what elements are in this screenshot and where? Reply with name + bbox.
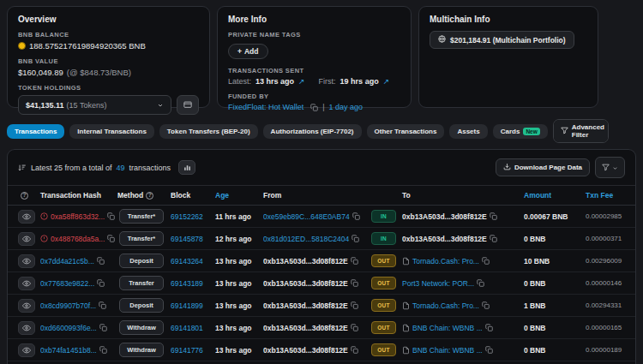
download-page-data-button[interactable]: Download Page Data xyxy=(496,158,590,176)
tx-hash-link[interactable]: 0xb74fa1451b8... xyxy=(40,346,97,355)
tx-hash-link[interactable]: 0x8cd9907b70f... xyxy=(40,301,96,310)
block-link[interactable]: 69141776 xyxy=(171,346,203,355)
block-link[interactable]: 69143264 xyxy=(171,257,203,266)
method-badge: Deposit xyxy=(119,254,164,268)
advanced-filter-button[interactable]: Advanced Filter xyxy=(554,120,609,142)
col-to: To xyxy=(402,191,524,200)
tab-cards[interactable]: Cards New xyxy=(493,124,548,139)
table-row: 0xd6600993f6e... Withdraw 69141801 13 hr… xyxy=(8,317,635,339)
from-address[interactable]: 0xb13A503d...3d08f812E xyxy=(263,257,348,266)
copy-icon[interactable] xyxy=(97,279,105,287)
block-link[interactable]: 69141801 xyxy=(171,324,203,332)
latest-value: 13 hrs ago xyxy=(255,77,294,86)
copy-icon[interactable] xyxy=(351,257,358,265)
copy-icon[interactable] xyxy=(352,212,360,220)
col-txn-fee-sort[interactable]: Txn Fee xyxy=(586,191,625,200)
tab-assets[interactable]: Assets xyxy=(449,124,487,139)
block-link[interactable]: 69143189 xyxy=(171,279,203,288)
funded-age-link[interactable]: 1 day ago xyxy=(329,103,364,111)
txn-fee-value: 0.00294331 xyxy=(586,301,625,309)
funded-by-link[interactable]: FixedFloat: Hot Wallet xyxy=(228,103,303,111)
copy-icon[interactable] xyxy=(99,301,106,309)
direction-badge: OUT xyxy=(371,321,396,334)
copy-icon[interactable] xyxy=(351,279,358,287)
block-link[interactable]: 69141899 xyxy=(171,301,203,310)
tx-hash-link[interactable]: 0xd6600993f6e... xyxy=(40,324,97,332)
tx-hash-link[interactable]: 0x7dd4a21c5b... xyxy=(40,257,94,266)
copy-icon[interactable] xyxy=(351,346,358,354)
block-link[interactable]: 69152262 xyxy=(171,212,203,221)
copy-icon[interactable] xyxy=(490,212,497,220)
eye-button[interactable] xyxy=(18,277,35,290)
to-address[interactable]: Port3 Network: POR... xyxy=(402,279,474,288)
amount-value: 0 BNB xyxy=(524,235,586,243)
eye-button[interactable] xyxy=(18,321,35,335)
from-address[interactable]: 0xb13A503d...3d08f812E xyxy=(263,324,348,332)
eye-icon xyxy=(22,301,31,310)
tab-other-transactions[interactable]: Other Transactions xyxy=(367,124,445,139)
add-private-tag-button[interactable]: + Add xyxy=(228,44,268,59)
to-address[interactable]: Tornado.Cash: Pro... xyxy=(412,257,479,266)
copy-icon[interactable] xyxy=(97,257,105,265)
token-holdings-dropdown[interactable]: $41,135.11 (15 Tokens) xyxy=(18,95,171,115)
arrow-up-right-icon[interactable]: ↗ xyxy=(298,77,305,86)
from-address[interactable]: 0x81d012ED...5818C2404 xyxy=(263,235,349,243)
eye-button[interactable] xyxy=(18,343,35,357)
overview-title: Overview xyxy=(18,15,199,24)
eye-button[interactable] xyxy=(18,254,35,268)
method-badge: Withdraw xyxy=(119,320,164,335)
to-address[interactable]: Tornado.Cash: Pro... xyxy=(412,301,479,310)
copy-icon[interactable] xyxy=(482,301,490,309)
more-info-title: More Info xyxy=(228,15,400,24)
funnel-icon xyxy=(561,127,568,136)
table-row: 0xb74fa1451b8... Withdraw 69141776 13 hr… xyxy=(8,339,635,361)
eye-button[interactable] xyxy=(18,210,35,224)
wallet-button[interactable] xyxy=(177,95,199,115)
multichain-icon xyxy=(438,35,446,45)
to-address[interactable]: 0xb13A503d...3d08f812E xyxy=(402,235,487,243)
copy-icon[interactable] xyxy=(99,324,107,331)
eye-button[interactable] xyxy=(18,232,35,246)
eye-button[interactable] xyxy=(18,299,35,313)
col-amount-sort[interactable]: Amount xyxy=(524,191,586,200)
tab-internal-transactions[interactable]: Internal Transactions xyxy=(69,124,153,139)
more-info-card: More Info PRIVATE NAME TAGS + Add TRANSA… xyxy=(217,6,412,108)
copy-icon[interactable] xyxy=(482,257,490,265)
to-address[interactable]: 0xb13A503d...3d08f812E xyxy=(402,212,487,221)
direction-badge: OUT xyxy=(371,277,396,289)
copy-icon[interactable] xyxy=(352,235,359,242)
from-address[interactable]: 0xb13A503d...3d08f812E xyxy=(263,346,348,355)
to-address[interactable]: BNB Chain: WBNB ... xyxy=(412,346,483,355)
bar-chart-icon xyxy=(183,161,191,174)
contract-icon xyxy=(402,346,410,355)
block-link[interactable]: 69145878 xyxy=(171,235,203,243)
chart-button[interactable] xyxy=(178,160,195,175)
tab-authorizations[interactable]: Authorizations (EIP-7702) xyxy=(263,124,362,139)
table-row: 0x77683e9822... Transfer 69143189 13 hrs… xyxy=(8,272,635,295)
col-age-sort[interactable]: Age xyxy=(215,191,263,200)
copy-icon[interactable] xyxy=(351,301,358,309)
tx-hash-link[interactable]: 0x77683e9822... xyxy=(40,279,94,288)
tab-token-transfers[interactable]: Token Transfers (BEP-20) xyxy=(159,124,258,139)
copy-icon[interactable] xyxy=(485,324,493,331)
copy-icon[interactable] xyxy=(351,324,358,331)
from-address[interactable]: 0xe59eb89C...648E0AB74 xyxy=(263,212,350,221)
copy-icon[interactable] xyxy=(490,235,497,242)
copy-icon[interactable] xyxy=(310,104,318,111)
copy-icon[interactable] xyxy=(107,235,115,242)
copy-icon[interactable] xyxy=(485,346,493,354)
multichain-portfolio-button[interactable]: $201,184.91 (Multichain Portfolio) xyxy=(430,31,574,49)
summary-count-link[interactable]: 49 xyxy=(117,164,125,172)
copy-icon[interactable] xyxy=(107,212,115,220)
tx-hash-link[interactable]: 0xa58ff863d32... xyxy=(51,212,105,221)
wallet-icon xyxy=(183,98,192,111)
from-address[interactable]: 0xb13A503d...3d08f812E xyxy=(263,279,348,288)
copy-icon[interactable] xyxy=(477,279,484,287)
copy-icon[interactable] xyxy=(99,346,107,354)
tx-hash-link[interactable]: 0x488768da5a... xyxy=(51,235,105,243)
tab-transactions[interactable]: Transactions xyxy=(7,124,64,139)
arrow-up-right-icon[interactable]: ↗ xyxy=(383,77,390,86)
to-address[interactable]: BNB Chain: WBNB ... xyxy=(412,324,483,332)
table-filter-button[interactable] xyxy=(595,157,625,178)
from-address[interactable]: 0xb13A503d...3d08f812E xyxy=(263,301,348,310)
